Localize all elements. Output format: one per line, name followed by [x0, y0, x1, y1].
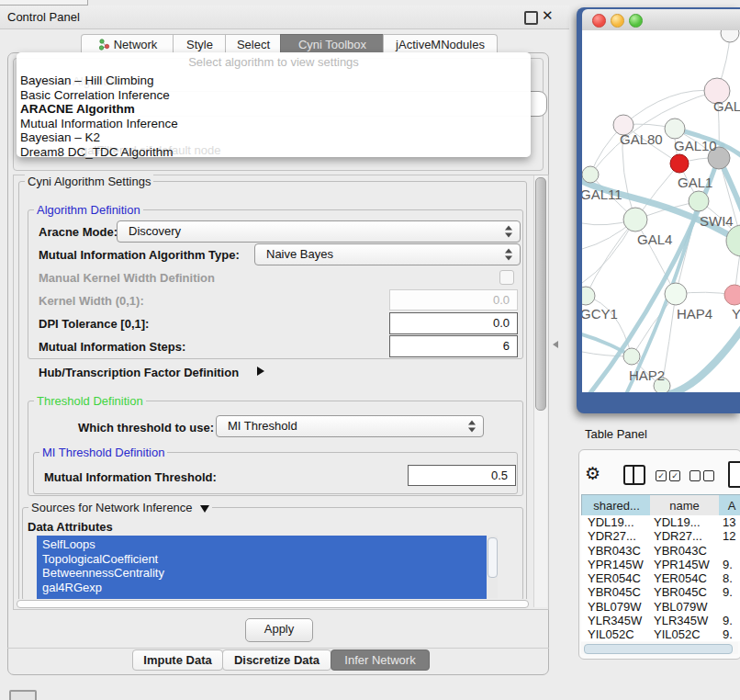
checked-checkbox-icon[interactable]: ✓	[669, 470, 680, 481]
table-cell: YPR145W	[650, 558, 719, 571]
kernel-width-input[interactable]: 0.0	[389, 289, 518, 310]
attributes-scrollbar-thumb[interactable]	[488, 537, 498, 578]
network-node[interactable]	[582, 287, 595, 305]
dropdown-item[interactable]: Dream8 DC_TDC Algorithm	[20, 145, 527, 160]
table-panel-title: Table Panel	[585, 427, 647, 441]
network-node[interactable]	[665, 283, 687, 305]
mi-steps-label: Mutual Information Steps:	[39, 340, 185, 354]
network-node[interactable]	[721, 30, 739, 42]
tab-impute-data[interactable]: Impute Data	[132, 649, 223, 671]
table-cell: 8.	[719, 571, 740, 585]
threshold-definition-legend: Threshold Definition	[34, 394, 146, 408]
tab-jactivemnodules[interactable]: jActiveMNodules	[383, 34, 498, 53]
network-node[interactable]	[689, 191, 709, 211]
columns-icon[interactable]	[623, 465, 645, 485]
document-icon[interactable]	[728, 461, 740, 488]
mi-type-combobox[interactable]: Naive Bayes	[254, 243, 521, 265]
dropdown-item[interactable]: ARACNE Algorithm	[20, 102, 527, 117]
dropdown-item[interactable]: Mutual Information Inference	[20, 117, 527, 131]
attributes-scrollbar-track[interactable]	[487, 536, 498, 598]
close-icon[interactable]: ✕	[542, 7, 554, 24]
column-header-shared-name[interactable]: shared...	[581, 494, 652, 516]
table-row[interactable]: YBR045CYBR045C9.	[581, 585, 740, 599]
table-row[interactable]: YER054CYER054C8.	[581, 571, 740, 585]
unchecked-checkbox-icon[interactable]	[703, 470, 714, 481]
aracne-mode-combobox[interactable]: Discovery	[117, 220, 521, 243]
collapse-arrow-icon[interactable]	[200, 505, 209, 513]
panel-collapse-handle[interactable]	[9, 690, 37, 700]
mi-threshold-input[interactable]: 0.5	[408, 465, 516, 486]
column-header-name[interactable]: name	[650, 494, 720, 516]
table-cell: YDR27...	[650, 529, 719, 543]
tab-discretize-data[interactable]: Discretize Data	[222, 649, 331, 671]
mac-close-icon[interactable]	[592, 14, 606, 28]
mi-threshold-definition-legend: MI Threshold Definition	[39, 446, 167, 459]
tab-select[interactable]: Select	[225, 34, 282, 53]
dpi-tolerance-input[interactable]: 0.0	[389, 312, 518, 334]
network-node[interactable]	[670, 154, 689, 173]
attribute-list-item[interactable]: TopologicalCoefficient	[37, 552, 487, 567]
combo-arrows-icon	[505, 249, 513, 261]
apply-button[interactable]: Apply	[245, 618, 313, 642]
sources-legend: Sources for Network Inference	[28, 501, 212, 514]
network-edge-highlighted[interactable]	[669, 324, 740, 392]
table-cell: 13	[719, 515, 740, 529]
network-node-label: Y	[732, 306, 740, 322]
settings-hscrollbar-thumb[interactable]	[17, 600, 529, 608]
table-row[interactable]: YBL079WYBL079W	[581, 600, 740, 614]
tab-network[interactable]: Network	[81, 34, 174, 53]
node-table-body[interactable]: YDL19...YDL19...13YDR27...YDR27...12YBR0…	[581, 515, 740, 641]
attribute-list-item[interactable]: gal4RGexp	[37, 581, 487, 595]
table-row[interactable]: YBR043CYBR043C	[581, 544, 740, 558]
network-icon	[98, 39, 110, 51]
expand-arrow-icon[interactable]	[257, 367, 264, 376]
unchecked-checkbox-icon[interactable]	[690, 470, 701, 481]
tab-infer-network[interactable]: Infer Network	[331, 649, 430, 671]
checked-checkbox-icon[interactable]: ✓	[656, 470, 667, 481]
network-window-titlebar[interactable]	[582, 9, 740, 31]
which-threshold-combobox[interactable]: MI Threshold	[216, 415, 484, 437]
splitter-arrow-icon[interactable]	[553, 341, 558, 348]
table-cell: YPR145W	[581, 558, 650, 571]
mi-type-value: Naive Bayes	[266, 247, 333, 261]
aracne-mode-label: Aracne Mode:	[39, 225, 118, 239]
network-graph: GALGAL80GAL10GAL1GAL11SWI4GAL4GCY1HAP4YH…	[582, 30, 740, 392]
network-canvas[interactable]: GALGAL80GAL10GAL1GAL11SWI4GAL4GCY1HAP4YH…	[582, 30, 740, 392]
network-node[interactable]	[582, 166, 599, 183]
manual-kernel-checkbox[interactable]	[499, 270, 514, 285]
table-hscrollbar-thumb[interactable]	[584, 644, 733, 654]
network-node[interactable]	[623, 208, 647, 231]
column-header-partial[interactable]: A	[719, 494, 740, 516]
dropdown-item[interactable]: Basic Correlation Inference	[20, 88, 527, 103]
tab-cyni-toolbox[interactable]: Cyni Toolbox	[280, 34, 385, 53]
mi-steps-input[interactable]: 6	[389, 335, 518, 357]
gear-icon[interactable]: ⚙	[585, 463, 600, 485]
mac-minimize-icon[interactable]	[611, 14, 624, 28]
table-row[interactable]: YDR27...YDR27...12	[581, 529, 740, 543]
tab-style[interactable]: Style	[173, 34, 227, 53]
network-node[interactable]	[665, 119, 685, 139]
network-node-label: GAL	[713, 98, 740, 114]
table-row[interactable]: YDL19...YDL19...13	[581, 515, 740, 529]
tab-style-label: Style	[186, 38, 213, 51]
mac-zoom-icon[interactable]	[629, 14, 643, 28]
network-edge[interactable]	[586, 220, 635, 296]
data-attributes-list[interactable]: SelfLoopsTopologicalCoefficientBetweenne…	[37, 536, 487, 600]
table-row[interactable]: YPR145WYPR145W9.	[581, 558, 740, 571]
table-row[interactable]: YLR345WYLR345W9.	[581, 614, 740, 627]
combo-arrows-icon	[468, 421, 477, 433]
network-node[interactable]	[724, 285, 740, 305]
dropdown-item[interactable]: Bayesian – K2	[20, 130, 527, 145]
settings-scrollbar-thumb[interactable]	[535, 177, 546, 411]
table-cell: YBR043C	[581, 544, 650, 558]
float-window-button[interactable]	[524, 11, 538, 25]
dropdown-item[interactable]: Bayesian – Hill Climbing	[20, 73, 527, 88]
table-cell: YBR043C	[650, 544, 719, 558]
network-node[interactable]	[623, 348, 640, 365]
network-node[interactable]	[726, 225, 740, 256]
attribute-list-item[interactable]: BetweennessCentrality	[37, 566, 487, 581]
table-row[interactable]: YIL052CYIL052C9.	[581, 627, 740, 641]
attribute-list-item[interactable]: SelfLoops	[37, 537, 487, 552]
table-cell: YLR345W	[581, 614, 650, 627]
which-threshold-value: MI Threshold	[228, 419, 297, 433]
